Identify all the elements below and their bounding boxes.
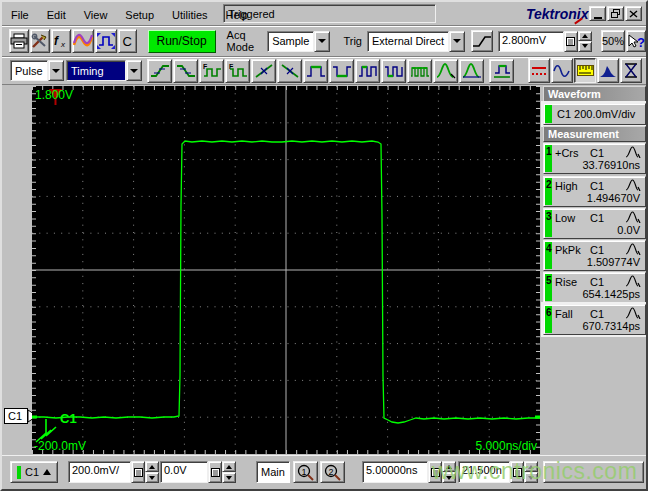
measure-class-select[interactable]: Pulse [10, 60, 64, 81]
pulse-shape-icon [625, 146, 641, 158]
titlebar: File Edit View Setup Utilities Help Trig… [2, 2, 646, 26]
trig-slope-button[interactable] [471, 30, 493, 52]
mask-button[interactable] [620, 58, 642, 83]
waveform-colors-icon [73, 33, 93, 49]
measurement-name: PkPk [555, 244, 581, 256]
channel-select-label: C1 [25, 466, 39, 478]
menu-view[interactable]: View [75, 5, 117, 24]
measure-fall-time-button[interactable] [173, 59, 198, 83]
horizontal-position-keypad-button[interactable] [510, 461, 524, 483]
waveform-item-c1[interactable]: C1 200.0mV/div [543, 103, 646, 125]
vertical-offset-spinner[interactable] [222, 461, 236, 483]
measurement-item-3[interactable]: 3 Low C1 0.0V [543, 208, 646, 239]
vertical-offset-keypad-button[interactable] [208, 461, 222, 483]
horizontal-position-spinner[interactable] [524, 461, 538, 483]
vertical-scale-keypad-button[interactable] [131, 461, 145, 483]
spin-down[interactable] [524, 472, 538, 483]
trig-source-select[interactable]: External Direct [367, 31, 465, 52]
measure-peak-area-button[interactable] [459, 59, 484, 83]
close-button[interactable] [625, 6, 642, 21]
measure-category-select[interactable]: Timing [66, 60, 142, 81]
spin-up[interactable] [442, 461, 456, 472]
horizontal-position-input[interactable]: 21.500n [458, 461, 510, 483]
print-button[interactable] [9, 29, 29, 53]
autoset-button[interactable] [95, 29, 117, 53]
timebase-scale-input[interactable]: 5.00000ns [362, 461, 428, 483]
tools-button[interactable] [30, 29, 50, 53]
burst-width-icon [410, 63, 430, 79]
timebase-keypad-button[interactable] [428, 461, 442, 483]
measure-frequency-button[interactable]: F [199, 59, 224, 83]
measure-delay-button[interactable] [489, 59, 514, 83]
mag2-view-button[interactable]: 2 [320, 461, 345, 483]
spin-down[interactable] [222, 472, 236, 483]
measurement-item-1[interactable]: 1 +Crs C1 33.76910ns [543, 143, 646, 174]
channel-select-button[interactable]: C1 [10, 461, 58, 483]
menu-file[interactable]: File [2, 5, 38, 24]
measure-peak-amplitude-button[interactable] [433, 59, 458, 83]
pulse-shape-icon [625, 243, 641, 255]
waveform-display-button[interactable] [551, 58, 573, 83]
trig-level-50-button[interactable]: 50% [601, 30, 625, 52]
spin-up[interactable] [145, 461, 159, 472]
trig-level-input[interactable]: 2.800mV [498, 31, 564, 52]
positive-crossing-icon [254, 63, 274, 79]
up-arrow-icon [582, 34, 588, 38]
peak-area-icon [462, 62, 482, 80]
vertical-offset-input[interactable]: 0.0V [160, 461, 208, 483]
trig-dropdown-button[interactable] [449, 31, 465, 52]
math-button[interactable]: f x [51, 29, 71, 53]
measure-period-button[interactable]: F [225, 59, 250, 83]
trig-level-keypad-button[interactable] [564, 31, 578, 52]
spin-up[interactable] [524, 461, 538, 472]
histogram-button[interactable] [597, 58, 619, 83]
close-icon [629, 10, 638, 18]
menu-utilities[interactable]: Utilities [163, 5, 216, 24]
acq-mode-dropdown-button[interactable] [314, 31, 330, 52]
waveform-database-button[interactable] [72, 29, 94, 53]
main-toolbar: f x C Run/Stop A [2, 26, 646, 57]
clear-button[interactable]: C [118, 29, 137, 53]
horizontal-vertical-bar: C1 200.0mV/ 0.0V Main [2, 455, 646, 489]
mag1-view-button[interactable]: 1 [293, 461, 318, 483]
measure-class-dropdown-button[interactable] [48, 60, 64, 81]
measurement-source: C1 [590, 244, 604, 256]
channel-marker-label: C1 [8, 410, 22, 422]
spin-down[interactable] [145, 472, 159, 483]
vertical-scale-input[interactable]: 200.0mV/ [68, 461, 131, 483]
measurement-item-6[interactable]: 6 Fall C1 670.7314ps [543, 304, 646, 335]
measurement-name: +Crs [555, 147, 579, 159]
measure-category-dropdown-button[interactable] [126, 60, 142, 81]
measure-negative-duty-button[interactable] [381, 59, 406, 83]
measurement-item-5[interactable]: 5 Rise C1 654.1425ps [543, 272, 646, 303]
measurement-name: Low [555, 212, 575, 224]
tekscope-window: File Edit View Setup Utilities Help Trig… [0, 0, 648, 491]
measure-positive-duty-button[interactable] [355, 59, 380, 83]
context-help-button[interactable]: ? [626, 30, 646, 52]
measurement-item-4[interactable]: 4 PkPk C1 1.509774V [543, 240, 646, 271]
measure-negative-crossing-button[interactable] [277, 59, 302, 83]
minimize-button[interactable] [589, 6, 606, 21]
menu-edit[interactable]: Edit [38, 5, 75, 24]
measure-burst-width-button[interactable] [407, 59, 432, 83]
measure-negative-width-button[interactable] [329, 59, 354, 83]
timebase-spinner[interactable] [442, 461, 456, 483]
cursors-button[interactable] [528, 58, 550, 83]
measurement-item-2[interactable]: 2 High C1 1.494670V [543, 176, 646, 207]
measure-rise-time-button[interactable] [147, 59, 172, 83]
timebase-main-button[interactable]: Main [256, 461, 290, 483]
spin-down[interactable] [442, 472, 456, 483]
restore-button[interactable] [607, 6, 624, 21]
spin-up[interactable] [222, 461, 236, 472]
measurement-panel-button[interactable] [574, 58, 596, 83]
measure-positive-width-button[interactable] [303, 59, 328, 83]
trig-level-spinner[interactable] [578, 31, 592, 52]
spin-up[interactable] [578, 31, 592, 42]
vertical-scale-spinner[interactable] [145, 461, 159, 483]
measure-positive-crossing-button[interactable] [251, 59, 276, 83]
spin-down[interactable] [578, 41, 592, 52]
menu-setup[interactable]: Setup [116, 5, 163, 24]
acq-mode-select[interactable]: Sample [267, 31, 330, 52]
run-stop-button[interactable]: Run/Stop [148, 30, 216, 53]
positive-width-icon [306, 63, 326, 79]
